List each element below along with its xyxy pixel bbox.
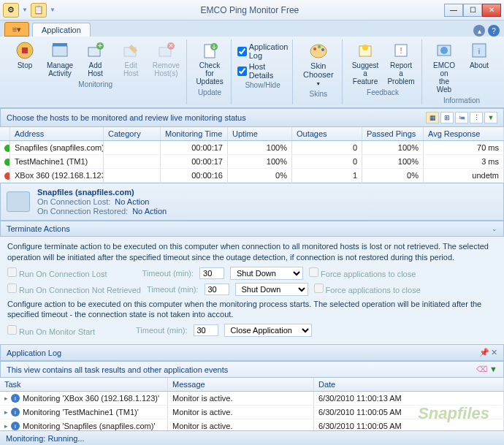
log-col-message[interactable]: Message xyxy=(168,378,314,391)
timeout-input-3[interactable] xyxy=(194,324,218,336)
tool-icon-3[interactable]: ≔ xyxy=(455,112,468,123)
qat-dropdown-icon[interactable]: ▼ xyxy=(22,7,28,13)
ribbon-help-area: ▴ ? xyxy=(473,25,504,37)
qat-button-2[interactable]: 📋 xyxy=(31,3,47,18)
filter-dropdown-icon[interactable]: ▼ xyxy=(484,112,497,123)
col-category[interactable]: Category xyxy=(104,127,161,140)
collapse-icon[interactable]: ⌄ xyxy=(492,225,497,232)
suggest-feature-button[interactable]: Suggest a Feature xyxy=(348,39,382,87)
ribbon-group-label-information: Information xyxy=(443,96,480,104)
run-on-notret-checkbox[interactable]: Run On Connection Not Retrieved xyxy=(7,284,141,294)
ribbon-tabs: ≡▾ Application ▴ ? xyxy=(0,20,504,37)
help-icon[interactable]: ? xyxy=(488,25,500,37)
ribbon-home-orb[interactable]: ≡▾ xyxy=(4,22,29,37)
expand-icon[interactable]: ▸ xyxy=(4,395,8,402)
edit-host-button[interactable]: Edit Host xyxy=(115,39,147,79)
terminate-para2: Configure action to be executed on this … xyxy=(7,299,497,320)
window-controls: — ☐ ✕ xyxy=(444,4,501,17)
col-passed[interactable]: Passed Pings xyxy=(362,127,424,140)
close-button[interactable]: ✕ xyxy=(482,4,501,17)
col-uptime[interactable]: Uptime xyxy=(228,127,292,140)
expand-icon[interactable]: ▸ xyxy=(4,408,8,416)
quick-access-toolbar: ⚙ ▼ 📋 ▼ xyxy=(3,3,56,18)
info-icon: i xyxy=(11,422,20,430)
run-on-lost-checkbox[interactable]: Run On Connection Lost xyxy=(7,267,107,278)
expand-icon[interactable]: ▸ xyxy=(4,422,8,430)
timeout-input-1[interactable] xyxy=(199,267,224,279)
statusbar: Monitoring: Running... xyxy=(0,430,504,445)
action-select-1[interactable]: Shut Down xyxy=(230,267,303,280)
table-row[interactable]: Snapfiles (snapfiles.com) 00:00:17 100% … xyxy=(0,141,504,155)
force-close-2[interactable]: Force applications to close xyxy=(314,284,421,294)
remove-host-icon: × xyxy=(156,41,176,60)
ribbon-group-skins: Skin Chooser▼ Skins xyxy=(294,39,343,104)
detail-lost-label: On Connection Lost: xyxy=(37,197,110,206)
action-select-3[interactable]: Close Application xyxy=(224,324,312,337)
host-details-checkbox[interactable]: Host Details xyxy=(237,62,289,80)
host-detail-panel: Snapfiles (snapfiles.com) On Connection … xyxy=(0,183,504,221)
pin-icon[interactable]: 📌 xyxy=(479,348,489,357)
detail-restored-label: On Connection Restored: xyxy=(37,207,128,216)
web-icon xyxy=(434,41,454,60)
maximize-button[interactable]: ☐ xyxy=(463,4,482,17)
remove-hosts-button[interactable]: ×Remove Host(s) xyxy=(150,39,182,79)
minimize-button[interactable]: — xyxy=(444,4,463,17)
table-row[interactable]: ▸ i Monitoring 'TestMachine1 (TM1)' Moni… xyxy=(0,406,504,419)
col-avg[interactable]: Avg Response xyxy=(424,127,504,140)
tool-icon-2[interactable]: ⊞ xyxy=(440,112,454,123)
grid-view-icon[interactable]: ▦ xyxy=(426,112,439,123)
svg-point-15 xyxy=(318,45,321,48)
stop-button[interactable]: Stop xyxy=(9,39,41,71)
status-dot-icon xyxy=(4,145,10,152)
report-problem-button[interactable]: !Report a Problem xyxy=(385,39,417,87)
manage-activity-button[interactable]: Manage Activity xyxy=(44,39,76,79)
eraser-icon[interactable]: ⌫ xyxy=(476,365,488,374)
check-updates-button[interactable]: Check for Updates xyxy=(193,39,226,87)
tool-icon-4[interactable]: ⋮ xyxy=(470,112,483,123)
svg-point-14 xyxy=(313,47,316,50)
log-col-date[interactable]: Date xyxy=(314,378,504,391)
report-icon: ! xyxy=(391,41,411,60)
about-button[interactable]: iAbout xyxy=(463,39,495,71)
col-address[interactable]: Address xyxy=(10,127,104,140)
add-host-button[interactable]: +Add Host xyxy=(79,39,112,79)
edit-host-icon xyxy=(121,41,141,60)
log-title: Application Log xyxy=(7,349,61,357)
lightbulb-icon xyxy=(355,41,375,60)
timeout-input-2[interactable] xyxy=(205,284,229,295)
ribbon-group-label-feedback: Feedback xyxy=(367,88,399,96)
table-row[interactable]: XBox 360 (192.168.1.123) 00:00:16 0% 1 0… xyxy=(0,169,504,183)
force-close-1[interactable]: Force applications to close xyxy=(309,267,416,278)
log-subtitle-bar: This view contains all task results and … xyxy=(0,361,504,378)
ribbon-group-label-monitoring: Monitoring xyxy=(78,80,112,88)
action-select-2[interactable]: Shut Down xyxy=(235,283,308,296)
detail-host-name: Snapfiles (snapfiles.com) xyxy=(37,188,167,197)
add-host-icon: + xyxy=(85,41,105,60)
detail-lost-value: No Action xyxy=(115,197,149,206)
svg-text:×: × xyxy=(169,42,173,50)
ribbon-group-monitoring: Stop Manage Activity +Add Host Edit Host… xyxy=(4,39,187,104)
hosts-grid-header: Address Category Monitoring Time Uptime … xyxy=(0,127,504,141)
titlebar: ⚙ ▼ 📋 ▼ EMCO Ping Monitor Free — ☐ ✕ xyxy=(0,0,504,20)
about-icon: i xyxy=(469,41,489,60)
tab-application[interactable]: Application xyxy=(32,23,91,37)
hamburger-icon: ≡▾ xyxy=(12,25,21,34)
col-montime[interactable]: Monitoring Time xyxy=(161,127,228,140)
emco-web-button[interactable]: EMCO on the Web xyxy=(428,39,460,95)
app-log-checkbox[interactable]: Application Log xyxy=(237,42,289,60)
ribbon-group-label-showhide: Show/Hide xyxy=(245,81,280,89)
close-panel-icon[interactable]: ✕ xyxy=(491,348,497,357)
ribbon-minimize-icon[interactable]: ▴ xyxy=(473,25,485,37)
run-on-start-checkbox[interactable]: Run On Monitor Start xyxy=(7,325,95,336)
skin-chooser-button[interactable]: Skin Chooser▼ xyxy=(299,39,337,88)
ribbon-group-showhide: Application Log Host Details Show/Hide xyxy=(233,39,294,104)
filter-dropdown-icon-2[interactable]: ▼ xyxy=(489,365,497,374)
qat-dropdown-icon-2[interactable]: ▼ xyxy=(50,7,56,13)
log-col-task[interactable]: Task xyxy=(0,378,168,391)
terminate-section-header[interactable]: Terminate Actions ⌄ xyxy=(0,221,504,237)
qat-button-1[interactable]: ⚙ xyxy=(3,3,19,18)
table-row[interactable]: TestMachine1 (TM1) 00:00:17 100% 0 100% … xyxy=(0,155,504,169)
table-row[interactable]: ▸ i Monitoring 'XBox 360 (192.168.1.123)… xyxy=(0,392,504,406)
hosts-grid: Address Category Monitoring Time Uptime … xyxy=(0,127,504,183)
col-outages[interactable]: Outages xyxy=(292,127,362,140)
